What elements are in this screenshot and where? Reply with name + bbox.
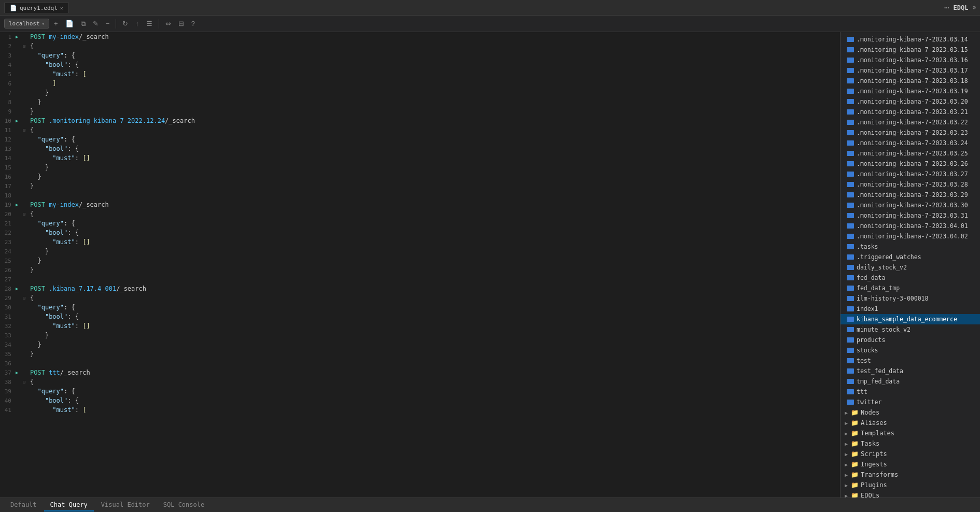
line-number: 22 bbox=[0, 230, 16, 236]
sidebar-index-item[interactable]: .monitoring-kibana-7-2023.03.23 bbox=[841, 127, 980, 138]
sidebar-index-item[interactable]: tmp_fed_data bbox=[841, 376, 980, 387]
sidebar-index-item[interactable]: daily_stock_v2 bbox=[841, 262, 980, 273]
code-line: 28▶POST .kibana_7.17.4_001/_search bbox=[0, 284, 840, 293]
host-selector[interactable]: localhost ▾ bbox=[4, 19, 49, 29]
sidebar-index-item[interactable]: minute_stock_v2 bbox=[841, 324, 980, 335]
list-button[interactable]: ☰ bbox=[144, 18, 155, 29]
sidebar-index-item[interactable]: .monitoring-kibana-7-2023.03.29 bbox=[841, 190, 980, 200]
index-list[interactable]: .monitoring-kibana-7-2023.03.14.monitori… bbox=[841, 32, 980, 497]
run-query-button[interactable]: ▶ bbox=[16, 286, 23, 291]
sidebar-section-edqls[interactable]: ▶📁EDQLs bbox=[841, 490, 980, 497]
sidebar-index-item[interactable]: .monitoring-kibana-7-2023.03.24 bbox=[841, 138, 980, 148]
sidebar-index-item[interactable]: fed_data_tmp bbox=[841, 283, 980, 293]
sidebar-index-item[interactable]: .monitoring-kibana-7-2023.03.25 bbox=[841, 148, 980, 159]
tab-close-icon[interactable]: ✕ bbox=[60, 5, 63, 11]
sidebar-index-item[interactable]: .tasks bbox=[841, 241, 980, 252]
fold-button[interactable]: ⊟ bbox=[23, 44, 29, 49]
sidebar-section-scripts[interactable]: ▶📁Scripts bbox=[841, 449, 980, 459]
sidebar-index-item[interactable]: .monitoring-kibana-7-2023.03.15 bbox=[841, 45, 980, 55]
line-content: POST .kibana_7.17.4_001/_search bbox=[29, 285, 840, 292]
sidebar-section-ingests[interactable]: ▶📁Ingests bbox=[841, 459, 980, 470]
bottom-tab-visual-editor[interactable]: Visual Editor bbox=[95, 499, 156, 511]
bottom-tab-sql-console[interactable]: SQL Console bbox=[157, 499, 211, 511]
run-query-button[interactable]: ▶ bbox=[16, 34, 23, 39]
sidebar-index-item[interactable]: .monitoring-kibana-7-2023.03.16 bbox=[841, 55, 980, 65]
sidebar-index-item[interactable]: .monitoring-kibana-7-2023.03.30 bbox=[841, 200, 980, 210]
line-number: 6 bbox=[0, 80, 16, 87]
editor-area[interactable]: 1▶POST my-index/_search2⊟{3 "query": {4 … bbox=[0, 32, 840, 497]
sidebar-section-tasks[interactable]: ▶📁Tasks bbox=[841, 438, 980, 449]
line-number: 32 bbox=[0, 323, 16, 330]
bottom-tab-default[interactable]: Default bbox=[4, 499, 43, 511]
sidebar-index-item[interactable]: .monitoring-kibana-7-2023.03.14 bbox=[841, 34, 980, 45]
line-content: POST my-index/_search bbox=[29, 201, 840, 208]
code-line: 31 "bool": { bbox=[0, 312, 840, 321]
sidebar-section-aliases[interactable]: ▶📁Aliases bbox=[841, 418, 980, 428]
run-query-button[interactable]: ▶ bbox=[16, 118, 23, 123]
index-name: index1 bbox=[857, 305, 878, 312]
sidebar-index-item[interactable]: stocks bbox=[841, 345, 980, 355]
sidebar-index-item[interactable]: .monitoring-kibana-7-2023.03.18 bbox=[841, 76, 980, 86]
sidebar-index-item[interactable]: test_fed_data bbox=[841, 366, 980, 376]
index-name: kibana_sample_data_ecommerce bbox=[857, 316, 957, 323]
sidebar-index-item[interactable]: test bbox=[841, 355, 980, 366]
fold-button[interactable]: ⊟ bbox=[23, 295, 29, 301]
gear-icon[interactable]: ⚙ bbox=[972, 4, 976, 11]
fold-button[interactable]: ⊟ bbox=[23, 379, 29, 385]
upload-button[interactable]: ↑ bbox=[133, 18, 142, 29]
line-content: } bbox=[29, 266, 840, 274]
run-query-button[interactable]: ▶ bbox=[16, 370, 23, 375]
sidebar-index-item[interactable]: .monitoring-kibana-7-2023.04.02 bbox=[841, 231, 980, 241]
line-content: "must": [ bbox=[29, 70, 840, 78]
run-query-button[interactable]: ▶ bbox=[16, 202, 23, 207]
sidebar-index-item[interactable]: .monitoring-kibana-7-2023.03.27 bbox=[841, 169, 980, 179]
editor-tab[interactable]: 📄 query1.edql ✕ bbox=[4, 3, 69, 13]
sidebar-index-item[interactable]: .monitoring-kibana-7-2023.04.01 bbox=[841, 221, 980, 231]
line-content: { bbox=[29, 294, 840, 302]
sidebar-index-item[interactable]: twitter bbox=[841, 397, 980, 407]
shrink-button[interactable]: ⊟ bbox=[176, 18, 187, 29]
sidebar-index-item[interactable]: .monitoring-kibana-7-2023.03.31 bbox=[841, 210, 980, 221]
index-name: ttt bbox=[857, 388, 867, 395]
sidebar-index-item[interactable]: kibana_sample_data_ecommerce bbox=[841, 314, 980, 324]
index-icon bbox=[847, 192, 854, 197]
refresh-button[interactable]: ↻ bbox=[120, 18, 131, 29]
code-line: 18 bbox=[0, 191, 840, 200]
sidebar-index-item[interactable]: .monitoring-kibana-7-2023.03.17 bbox=[841, 65, 980, 76]
sidebar-section-nodes[interactable]: ▶📁Nodes bbox=[841, 407, 980, 418]
sidebar-index-item[interactable]: products bbox=[841, 335, 980, 345]
section-label: Aliases bbox=[861, 419, 887, 426]
expand-button[interactable]: ⇔ bbox=[163, 18, 174, 29]
top-bar-right: ⋯ EDQL ⚙ bbox=[944, 3, 976, 12]
sidebar-section-transforms[interactable]: ▶📁Transforms bbox=[841, 470, 980, 480]
sidebar-index-item[interactable]: .monitoring-kibana-7-2023.03.28 bbox=[841, 179, 980, 190]
more-icon[interactable]: ⋯ bbox=[944, 3, 949, 12]
fold-button[interactable]: ⊟ bbox=[23, 127, 29, 133]
sidebar-index-item[interactable]: .monitoring-kibana-7-2023.03.20 bbox=[841, 96, 980, 107]
sidebar-section-templates[interactable]: ▶📁Templates bbox=[841, 428, 980, 438]
edit-button[interactable]: ✎ bbox=[90, 18, 101, 29]
sidebar-section-plugins[interactable]: ▶📁Plugins bbox=[841, 480, 980, 490]
sidebar-index-item[interactable]: .monitoring-kibana-7-2023.03.22 bbox=[841, 117, 980, 127]
index-name: .monitoring-kibana-7-2023.03.29 bbox=[857, 191, 968, 198]
copy-button[interactable]: ⧉ bbox=[78, 18, 88, 30]
sidebar-index-item[interactable]: ilm-history-3-000018 bbox=[841, 293, 980, 304]
bottom-tab-chat-query[interactable]: Chat Query bbox=[44, 499, 94, 511]
code-line: 41 "must": [ bbox=[0, 405, 840, 415]
sidebar-index-item[interactable]: index1 bbox=[841, 304, 980, 314]
minus-button[interactable]: − bbox=[103, 18, 113, 29]
sidebar-index-item[interactable]: .monitoring-kibana-7-2023.03.19 bbox=[841, 86, 980, 96]
fold-button[interactable]: ⊟ bbox=[23, 211, 29, 217]
sidebar-index-item[interactable]: fed_data bbox=[841, 273, 980, 283]
add-button[interactable]: + bbox=[51, 18, 61, 29]
folder-icon: 📁 bbox=[851, 471, 859, 478]
code-line: 6 ] bbox=[0, 79, 840, 88]
sidebar-index-item[interactable]: .triggered_watches bbox=[841, 252, 980, 262]
sidebar-index-item[interactable]: .monitoring-kibana-7-2023.03.26 bbox=[841, 159, 980, 169]
sidebar-index-item[interactable]: .monitoring-kibana-7-2023.03.21 bbox=[841, 107, 980, 117]
section-label: Transforms bbox=[861, 471, 898, 478]
file-button[interactable]: 📄 bbox=[63, 18, 76, 29]
help-button[interactable]: ? bbox=[189, 18, 198, 29]
code-line: 38⊟{ bbox=[0, 377, 840, 387]
sidebar-index-item[interactable]: ttt bbox=[841, 387, 980, 397]
